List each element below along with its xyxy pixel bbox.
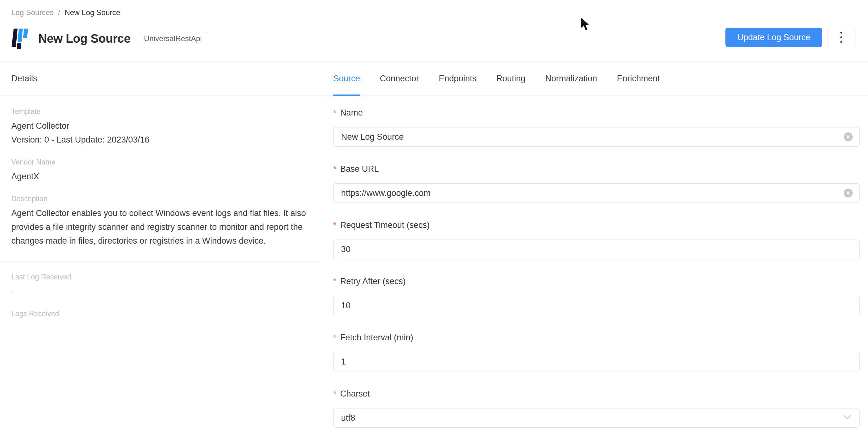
vendor-section: Vendor Name AgentX [11, 158, 309, 183]
required-asterisk: * [333, 108, 336, 118]
page-header: Log Sources / New Log Source New Log Sou… [0, 0, 868, 62]
clear-name-icon[interactable] [844, 132, 852, 141]
request-timeout-field-group: * Request Timeout (secs) [333, 220, 860, 259]
last-log-received-label: Last Log Received [11, 273, 309, 281]
fetch-interval-input[interactable] [333, 352, 860, 371]
charset-field-group: * Charset [333, 389, 860, 428]
description-text: Agent Collector enables you to collect W… [11, 206, 309, 248]
required-asterisk: * [333, 220, 336, 230]
request-timeout-label-text: Request Timeout (secs) [340, 220, 430, 230]
fetch-interval-control [333, 352, 860, 371]
log-source-page: Log Sources / New Log Source New Log Sou… [0, 0, 868, 432]
description-section: Description Agent Collector enables you … [11, 195, 309, 248]
retry-after-input[interactable] [333, 296, 860, 315]
page-title: New Log Source [38, 32, 131, 45]
breadcrumb-current: New Log Source [64, 8, 120, 17]
tab-endpoints[interactable]: Endpoints [439, 62, 476, 95]
base-url-label-text: Base URL [340, 164, 379, 174]
name-label-text: Name [340, 108, 363, 118]
tab-source[interactable]: Source [333, 62, 360, 95]
last-log-received-section: Last Log Received - [11, 273, 309, 298]
logs-received-label: Logs Received [11, 310, 309, 318]
template-section: Template Agent Collector Version: 0 - La… [11, 107, 309, 147]
required-asterisk: * [333, 164, 336, 174]
vendor-name-value: AgentX [11, 169, 309, 183]
tab-normalization[interactable]: Normalization [545, 62, 597, 95]
retry-after-label: * Retry After (secs) [333, 277, 860, 286]
more-actions-button[interactable] [827, 28, 856, 47]
charset-label-text: Charset [340, 389, 370, 399]
name-control [333, 127, 860, 147]
name-field-group: * Name [333, 108, 860, 147]
update-log-source-button[interactable]: Update Log Source [725, 28, 822, 47]
log-source-type-badge: UniversalRestApi [139, 32, 207, 45]
template-label: Template [11, 107, 309, 116]
breadcrumb-log-sources[interactable]: Log Sources [11, 8, 54, 17]
template-name: Agent Collector [11, 119, 309, 133]
tab-enrichment[interactable]: Enrichment [617, 62, 660, 95]
clear-base-url-icon[interactable] [844, 189, 852, 197]
breadcrumb: Log Sources / New Log Source [11, 8, 120, 17]
fetch-interval-label: * Fetch Interval (min) [333, 333, 860, 342]
fetch-interval-field-group: * Fetch Interval (min) [333, 333, 860, 371]
main-panel: Source Connector Endpoints Routing Norma… [322, 62, 868, 432]
details-sidebar-body: Template Agent Collector Version: 0 - La… [0, 96, 321, 341]
name-label: * Name [333, 108, 860, 118]
required-asterisk: * [333, 333, 336, 342]
base-url-input[interactable] [333, 183, 860, 203]
logs-received-section: Logs Received [11, 310, 309, 318]
source-form: * Name * Base URL [322, 96, 868, 428]
tab-bar: Source Connector Endpoints Routing Norma… [322, 62, 868, 96]
details-sidebar-header: Details [0, 62, 321, 96]
retry-after-label-text: Retry After (secs) [340, 277, 406, 286]
request-timeout-control [333, 240, 860, 259]
breadcrumb-separator: / [58, 8, 60, 17]
request-timeout-input[interactable] [333, 240, 860, 259]
required-asterisk: * [333, 277, 336, 286]
header-actions: Update Log Source [725, 28, 856, 47]
base-url-field-group: * Base URL [333, 164, 860, 203]
base-url-label: * Base URL [333, 164, 860, 174]
description-label: Description [11, 195, 309, 203]
template-version: Version: 0 - Last Update: 2023/03/16 [11, 133, 309, 147]
fetch-interval-label-text: Fetch Interval (min) [340, 333, 413, 342]
base-url-control [333, 183, 860, 203]
name-input[interactable] [333, 127, 860, 147]
charset-select[interactable] [333, 408, 860, 428]
sidebar-divider [0, 261, 321, 261]
tab-connector[interactable]: Connector [380, 62, 419, 95]
details-sidebar: Details Template Agent Collector Version… [0, 62, 321, 432]
retry-after-control [333, 296, 860, 315]
kebab-menu-icon [840, 32, 842, 43]
title-row: New Log Source UniversalRestApi [11, 27, 207, 50]
retry-after-field-group: * Retry After (secs) [333, 277, 860, 315]
logpoint-logo-icon [11, 29, 30, 49]
last-log-received-value: - [11, 284, 309, 298]
chevron-down-icon [843, 415, 851, 421]
tab-routing[interactable]: Routing [496, 62, 525, 95]
charset-label: * Charset [333, 389, 860, 399]
charset-control [333, 408, 860, 428]
required-asterisk: * [333, 389, 336, 399]
request-timeout-label: * Request Timeout (secs) [333, 220, 860, 230]
vendor-name-label: Vendor Name [11, 158, 309, 166]
details-title: Details [11, 74, 37, 84]
